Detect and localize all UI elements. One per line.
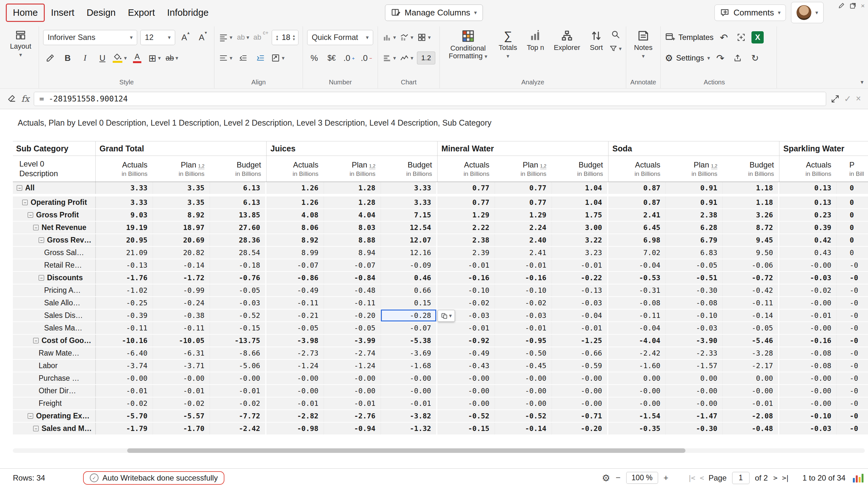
value-cell[interactable]: 0.91 — [665, 182, 722, 194]
value-cell[interactable]: -0.00 — [552, 372, 609, 384]
formula-input[interactable]: = -281951558.900124 — [34, 92, 826, 106]
value-cell[interactable]: -0.86 — [267, 272, 323, 284]
value-cell[interactable]: -8.66 — [210, 347, 267, 359]
last-page-icon[interactable]: >| — [782, 474, 789, 482]
text-direction-button[interactable]: ▾ — [271, 51, 285, 66]
value-cell[interactable]: 20.82 — [153, 247, 210, 258]
prev-page-icon[interactable]: < — [700, 474, 703, 482]
value-cell[interactable]: -0.02 — [438, 297, 495, 309]
value-cell[interactable]: -0.00 — [665, 385, 722, 397]
value-cell[interactable]: -0.03 — [210, 297, 267, 309]
tab-export[interactable]: Export — [122, 4, 161, 21]
value-cell[interactable]: -0.71 — [552, 410, 609, 422]
text-overflow-button[interactable]: abc+ — [253, 30, 269, 45]
value-cell[interactable]: -0.05 — [210, 284, 267, 296]
value-cell[interactable]: -0.01 — [779, 309, 836, 322]
row-label[interactable]: −Discounts — [13, 272, 96, 284]
value-cell[interactable]: -0.00 — [495, 372, 552, 384]
value-cell[interactable]: -0.00 — [552, 397, 609, 409]
value-cell[interactable]: -0.00 — [495, 397, 552, 409]
value-cell[interactable]: -0.94 — [323, 423, 380, 434]
expand-formula-icon[interactable] — [831, 94, 840, 103]
value-cell[interactable]: -5.46 — [722, 335, 779, 346]
value-cell[interactable]: -0.08 — [779, 347, 836, 359]
row-label[interactable]: Labor — [13, 360, 96, 372]
value-cell[interactable]: 0.77 — [495, 196, 552, 208]
value-cell[interactable]: -1.54 — [609, 410, 665, 422]
value-cell[interactable]: -0.01 — [380, 397, 438, 409]
value-cell[interactable]: 8.99 — [267, 247, 323, 258]
measure-header[interactable]: Plan1,2in Billions — [323, 156, 380, 182]
tab-design[interactable]: Design — [81, 4, 122, 21]
collapse-icon[interactable]: − — [28, 212, 33, 218]
value-cell[interactable]: -0.01 — [438, 322, 495, 334]
font-increase-button[interactable]: A▴ — [178, 30, 192, 45]
zoom-in-button[interactable]: + — [663, 473, 669, 483]
value-cell[interactable]: -0.07 — [267, 259, 323, 271]
measure-header[interactable]: Pin Bill — [836, 156, 868, 182]
value-cell[interactable]: 3.23 — [552, 247, 609, 258]
top-n-button[interactable]: Top n — [524, 28, 547, 52]
value-cell[interactable]: -0.16 — [495, 272, 552, 284]
value-cell[interactable]: 8.92 — [267, 234, 323, 246]
value-cell[interactable]: -0.84 — [323, 272, 380, 284]
value-cell[interactable]: 3.26 — [722, 209, 779, 221]
excel-export-button[interactable]: X — [751, 31, 764, 43]
value-cell[interactable]: -0.49 — [438, 347, 495, 359]
value-cell[interactable]: 0 — [836, 209, 868, 221]
value-cell[interactable]: 21.09 — [96, 247, 153, 258]
measure-header[interactable]: Actualsin Billions — [267, 156, 323, 182]
value-cell[interactable]: -0.01 — [552, 259, 609, 271]
value-cell[interactable]: -0.01 — [438, 259, 495, 271]
value-cell[interactable]: -0.53 — [609, 272, 665, 284]
value-cell[interactable]: -7.72 — [210, 410, 267, 422]
value-cell[interactable]: -0.00 — [779, 372, 836, 384]
value-cell[interactable]: -0.02 — [153, 397, 210, 409]
value-cell[interactable]: 1.29 — [438, 209, 495, 221]
value-cell[interactable]: 6.13 — [210, 196, 267, 208]
font-size-select[interactable]: 12 ▾ — [141, 30, 175, 45]
value-cell[interactable]: 0 — [836, 234, 868, 246]
value-cell[interactable]: -0.00 — [323, 385, 380, 397]
value-cell[interactable]: 0 — [836, 222, 868, 234]
value-cell[interactable]: -0.76 — [210, 272, 267, 284]
templates-button[interactable]: Templates — [665, 32, 713, 42]
value-cell[interactable]: 12.16 — [380, 247, 438, 258]
value-cell[interactable]: -2.42 — [210, 423, 267, 434]
row-label[interactable]: −Net Revenue — [13, 222, 96, 234]
value-cell[interactable]: 28.54 — [210, 247, 267, 258]
value-cell[interactable]: 18.97 — [153, 222, 210, 234]
value-cell[interactable]: -0.03 — [779, 423, 836, 434]
quick-format-select[interactable]: Quick Format ▾ — [307, 30, 373, 45]
value-cell[interactable]: -5.70 — [96, 410, 153, 422]
value-cell[interactable]: -13.75 — [210, 335, 267, 346]
value-cell[interactable]: -0.15 — [210, 322, 267, 334]
value-cell[interactable]: 0.00 — [665, 372, 722, 384]
value-cell[interactable]: 0.13 — [779, 196, 836, 208]
value-cell[interactable]: -0.20 — [323, 309, 380, 322]
manage-columns-button[interactable]: Manage Columns ▾ — [385, 4, 483, 21]
value-cell[interactable]: -0.00 — [438, 397, 495, 409]
value-cell[interactable]: -1.24 — [267, 360, 323, 372]
strikethrough-button[interactable]: ab▾ — [165, 51, 179, 66]
value-cell[interactable]: 1.29 — [495, 209, 552, 221]
sort-button[interactable]: Sort — [587, 28, 606, 52]
row-label[interactable]: −Operating Ex… — [13, 410, 96, 422]
value-cell[interactable]: -0.00 — [552, 385, 609, 397]
value-cell[interactable]: -1.02 — [96, 284, 153, 296]
redo-button[interactable]: ↷ — [713, 51, 727, 66]
value-cell[interactable]: 0.00 — [609, 372, 665, 384]
value-cell[interactable]: 2.41 — [609, 209, 665, 221]
value-cell[interactable]: -2.74 — [323, 347, 380, 359]
format-painter-button[interactable] — [43, 51, 57, 66]
value-cell[interactable]: -0.04 — [609, 259, 665, 271]
value-cell[interactable]: 8.88 — [323, 234, 380, 246]
value-cell[interactable]: -0.03 — [495, 309, 552, 322]
value-cell[interactable]: -2.82 — [267, 410, 323, 422]
value-cell[interactable]: -0.52 — [495, 410, 552, 422]
row-label[interactable]: Sale Allo… — [13, 297, 96, 309]
value-cell[interactable]: -0.20 — [552, 423, 609, 434]
selected-cell[interactable]: -0.28▾ — [380, 309, 438, 322]
value-cell[interactable]: -1.72 — [153, 272, 210, 284]
value-cell[interactable]: -0.25 — [96, 297, 153, 309]
